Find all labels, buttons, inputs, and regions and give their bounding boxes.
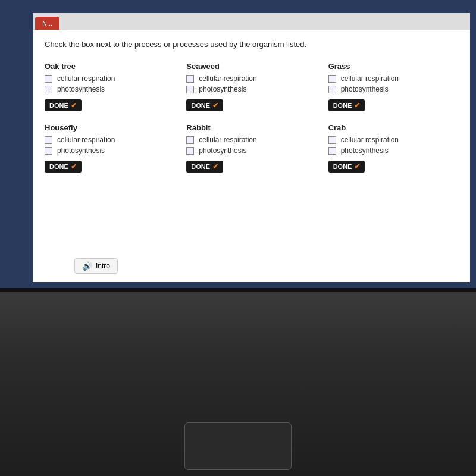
done-button-rabbit[interactable]: DONE ✔: [186, 161, 223, 173]
done-button-seaweed[interactable]: DONE ✔: [186, 99, 223, 111]
process-label: cellular respiration: [341, 136, 399, 144]
touchpad[interactable]: [184, 422, 292, 470]
checkbox-oak-cellular[interactable]: [45, 75, 52, 83]
checkbox-seaweed-photo[interactable]: [186, 86, 194, 93]
organism-name-grass: Grass: [328, 62, 458, 71]
process-label: photosynthesis: [341, 85, 389, 93]
checkbox-rabbit-cellular[interactable]: [186, 136, 194, 144]
checkbox-crab-photo[interactable]: [328, 147, 336, 155]
process-label: photosynthesis: [57, 146, 105, 155]
process-row: photosynthesis: [45, 85, 174, 93]
checkbox-crab-cellular[interactable]: [328, 136, 336, 144]
done-label: DONE: [333, 163, 352, 170]
checkbox-seaweed-cellular[interactable]: [186, 75, 194, 83]
done-label: DONE: [49, 102, 68, 109]
instruction-text: Check the box next to the process or pro…: [45, 39, 458, 50]
process-label: cellular respiration: [199, 136, 256, 144]
process-row: photosynthesis: [186, 85, 316, 93]
checkbox-oak-photo[interactable]: [45, 86, 52, 93]
checkbox-housefly-photo[interactable]: [45, 147, 52, 155]
process-label: cellular respiration: [57, 136, 115, 144]
organism-name-housefly: Housefly: [45, 123, 174, 132]
organism-block-crab: Crab cellular respiration photosynthesis…: [328, 123, 458, 173]
done-check-icon: ✔: [212, 101, 218, 109]
process-row: cellular respiration: [186, 74, 316, 83]
process-row: photosynthesis: [328, 146, 458, 155]
process-row: cellular respiration: [45, 74, 174, 83]
process-row: cellular respiration: [328, 136, 458, 144]
done-button-crab[interactable]: DONE ✔: [328, 161, 365, 173]
column-1: Oak tree cellular respiration photosynth…: [45, 62, 174, 184]
done-button-oak[interactable]: DONE ✔: [45, 99, 82, 111]
done-label: DONE: [333, 102, 352, 109]
laptop-screen: N... Check the box next to the process o…: [0, 0, 476, 292]
done-button-grass[interactable]: DONE ✔: [328, 99, 365, 111]
checkbox-housefly-cellular[interactable]: [45, 136, 52, 144]
checkbox-grass-cellular[interactable]: [328, 75, 336, 83]
organism-name-oak-tree: Oak tree: [45, 62, 174, 71]
checkbox-grass-photo[interactable]: [328, 86, 336, 93]
done-check-icon: ✔: [212, 162, 218, 171]
process-row: cellular respiration: [328, 74, 458, 83]
process-label: photosynthesis: [199, 85, 246, 93]
speaker-icon: 🔊: [82, 261, 92, 271]
process-row: photosynthesis: [328, 85, 458, 93]
done-check-icon: ✔: [354, 101, 360, 109]
done-check-icon: ✔: [71, 162, 77, 171]
done-label: DONE: [49, 163, 68, 170]
done-label: DONE: [191, 163, 210, 170]
organism-name-crab: Crab: [328, 123, 458, 132]
process-label: cellular respiration: [341, 74, 399, 83]
content-area: Check the box next to the process or pro…: [33, 30, 470, 194]
process-row: photosynthesis: [186, 146, 316, 155]
process-label: cellular respiration: [199, 74, 256, 83]
column-3: Grass cellular respiration photosynthesi…: [328, 62, 458, 184]
done-button-housefly[interactable]: DONE ✔: [45, 161, 82, 173]
process-row: photosynthesis: [45, 146, 174, 155]
process-row: cellular respiration: [186, 136, 316, 144]
done-label: DONE: [191, 102, 210, 109]
organism-block-grass: Grass cellular respiration photosynthesi…: [328, 62, 458, 111]
organism-block-oak-tree: Oak tree cellular respiration photosynth…: [45, 62, 174, 111]
process-row: cellular respiration: [45, 136, 174, 144]
organism-block-rabbit: Rabbit cellular respiration photosynthes…: [186, 123, 316, 173]
organism-name-seaweed: Seaweed: [186, 62, 316, 71]
tab-bar: N...: [33, 13, 470, 30]
tab-label: N...: [42, 20, 52, 27]
done-check-icon: ✔: [71, 101, 77, 109]
done-check-icon: ✔: [354, 162, 360, 171]
laptop-body: hp ⟲ % 6 ^ 7 & 8 ✦ ⬛ □□ Alt ⌨ ☀ ✳ *: [0, 292, 476, 476]
intro-label: Intro: [96, 262, 110, 270]
screen-content: N... Check the box next to the process o…: [33, 13, 470, 282]
organisms-grid: Oak tree cellular respiration photosynth…: [45, 62, 458, 184]
organism-block-housefly: Housefly cellular respiration photosynth…: [45, 123, 174, 173]
process-label: cellular respiration: [57, 74, 115, 83]
process-label: photosynthesis: [199, 146, 246, 155]
process-label: photosynthesis: [341, 146, 389, 155]
column-2: Seaweed cellular respiration photosynthe…: [186, 62, 316, 184]
organism-name-rabbit: Rabbit: [186, 123, 316, 132]
intro-button[interactable]: 🔊 Intro: [74, 258, 118, 274]
browser-tab[interactable]: N...: [35, 17, 60, 30]
checkbox-rabbit-photo[interactable]: [186, 147, 194, 155]
organism-block-seaweed: Seaweed cellular respiration photosynthe…: [186, 62, 316, 111]
process-label: photosynthesis: [57, 85, 105, 93]
